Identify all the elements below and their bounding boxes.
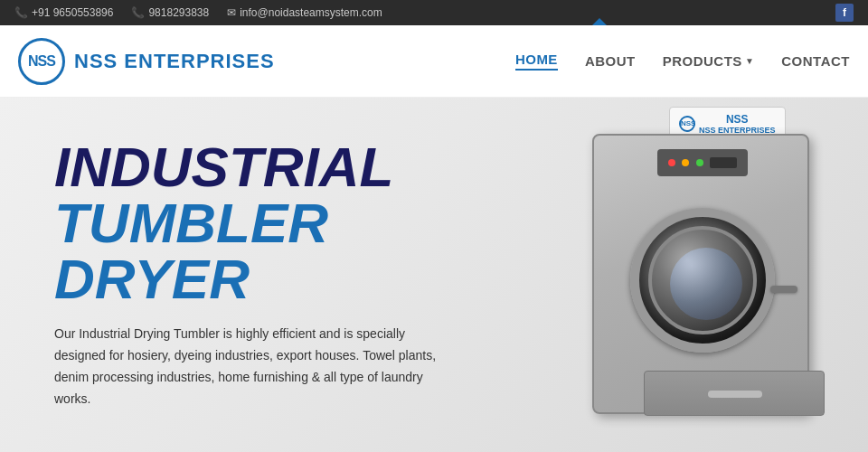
control-display <box>710 157 737 168</box>
badge-circle-logo: NSS <box>679 116 695 132</box>
email-icon: ✉ <box>227 6 236 19</box>
hero-title-line1: INDUSTRIAL <box>54 139 452 195</box>
hero-section: INDUSTRIAL TUMBLER DRYER Our Industrial … <box>0 98 868 452</box>
company-name: NSS ENTERPRISES <box>74 50 275 73</box>
logo-link[interactable]: NSS NSS ENTERPRISES <box>18 38 275 85</box>
main-nav: HOME ABOUT PRODUCTS ▼ CONTACT <box>515 52 850 71</box>
phone1-number: +91 9650553896 <box>32 6 113 19</box>
machine-image: NSS NSS NSS ENTERPRISES <box>561 107 841 441</box>
email[interactable]: ✉ info@noidasteamsystem.com <box>227 6 382 19</box>
nav-products[interactable]: PRODUCTS ▼ <box>663 53 755 69</box>
machine-door <box>630 208 775 353</box>
social-links: f <box>835 4 854 22</box>
products-dropdown-icon: ▼ <box>745 56 754 66</box>
phone2-icon: 📞 <box>131 6 145 19</box>
hero-content: INDUSTRIAL TUMBLER DRYER Our Industrial … <box>0 103 506 446</box>
machine-door-inner <box>648 226 757 334</box>
nav-about[interactable]: ABOUT <box>585 53 636 69</box>
header: NSS NSS ENTERPRISES HOME ABOUT PRODUCTS … <box>0 25 868 98</box>
phone2[interactable]: 📞 9818293838 <box>131 6 209 19</box>
machine-control-panel <box>657 149 748 176</box>
machine-body <box>592 134 809 414</box>
machine-drawer-handle <box>708 391 762 398</box>
control-dot-red <box>668 159 675 166</box>
hero-description: Our Industrial Drying Tumbler is highly … <box>54 324 443 410</box>
machine-handle <box>770 286 797 293</box>
machine-door-glass <box>670 248 742 320</box>
logo-nss-text: NSS <box>28 53 55 70</box>
phone2-number: 9818293838 <box>148 6 209 19</box>
nav-contact[interactable]: CONTACT <box>781 53 850 69</box>
hero-title-line2: TUMBLER DRYER <box>54 195 452 307</box>
phone1-icon: 📞 <box>14 6 28 19</box>
email-address: info@noidasteamsystem.com <box>240 6 382 19</box>
control-dot-amber <box>682 159 689 166</box>
badge-logo-text: NSS <box>699 113 776 126</box>
nav-pointer-indicator <box>592 18 607 25</box>
top-bar: 📞 +91 9650553896 📞 9818293838 ✉ info@noi… <box>0 0 868 25</box>
phone1[interactable]: 📞 +91 9650553896 <box>14 6 113 19</box>
nav-home[interactable]: HOME <box>515 52 558 71</box>
machine-bottom-drawer <box>644 371 825 416</box>
control-dot-green <box>696 159 703 166</box>
facebook-icon[interactable]: f <box>835 4 854 22</box>
logo-circle: NSS <box>18 38 65 85</box>
